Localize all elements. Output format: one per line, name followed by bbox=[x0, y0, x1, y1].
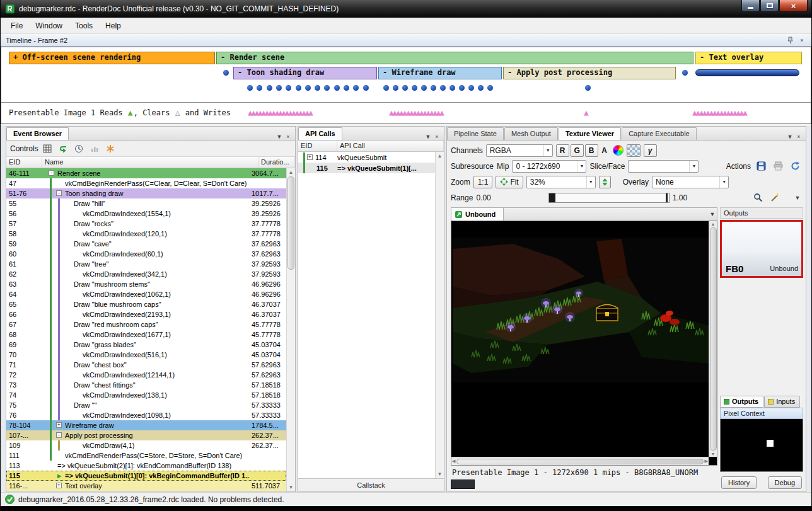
timeline-bar[interactable]: + Off-screen scene rendering bbox=[9, 52, 215, 64]
print-icon[interactable] bbox=[771, 160, 785, 173]
event-row[interactable]: 63Draw "mushroom stems"46.96296 bbox=[6, 279, 286, 289]
refresh-icon[interactable] bbox=[788, 160, 802, 173]
toolbar-overflow-icon[interactable]: ▼ bbox=[793, 195, 802, 201]
event-row[interactable]: 113=> vkQueueSubmit(2)[1]: vkEndCommandB… bbox=[6, 461, 286, 471]
event-row[interactable]: 57Draw "rocks"37.77778 bbox=[6, 219, 286, 229]
texture-tab-list-icon[interactable]: ▼ bbox=[708, 211, 717, 217]
collapse-icon[interactable]: - bbox=[56, 432, 62, 438]
flip-y-button[interactable] bbox=[599, 176, 611, 188]
draw-call-dot[interactable] bbox=[412, 85, 417, 91]
draw-call-dot[interactable] bbox=[402, 85, 408, 91]
event-row[interactable]: 56vkCmdDrawIndexed(1554,1)39.25926 bbox=[6, 209, 286, 219]
event-browser-close-icon[interactable]: × bbox=[284, 134, 293, 140]
draw-call-dot[interactable] bbox=[682, 70, 688, 76]
column-eid[interactable]: EID bbox=[6, 157, 42, 168]
event-row[interactable]: 71Draw "chest box"57.62963 bbox=[6, 360, 286, 370]
tab-texture-viewer[interactable]: Texture Viewer bbox=[559, 127, 621, 140]
event-row[interactable]: 116-...+Text overlay511.7037 bbox=[6, 481, 286, 491]
event-row[interactable]: 111vkCmdEndRenderPass(C=Store, D=Store, … bbox=[6, 451, 286, 461]
event-row[interactable]: 64vkCmdDrawIndexed(1062,1)46.96296 bbox=[6, 289, 286, 299]
event-row[interactable]: 78-104+Wireframe draw1784.5... bbox=[6, 420, 286, 430]
scrollbar-thumb[interactable] bbox=[456, 459, 703, 464]
menu-help[interactable]: Help bbox=[99, 19, 127, 33]
timeline-close-icon[interactable]: × bbox=[798, 37, 806, 43]
draw-call-dot[interactable] bbox=[468, 85, 474, 91]
fit-button[interactable]: Fit bbox=[496, 176, 523, 188]
menu-window[interactable]: Window bbox=[29, 19, 69, 33]
expand-icon[interactable]: + bbox=[56, 422, 62, 428]
expand-icon[interactable]: + bbox=[56, 483, 62, 488]
slice-face-select[interactable]: ▼ bbox=[628, 160, 699, 173]
channels-select[interactable]: RGBA ▼ bbox=[486, 144, 553, 157]
debug-button[interactable]: Debug bbox=[768, 476, 802, 489]
draw-call-dot[interactable] bbox=[247, 85, 253, 91]
draw-call-dot[interactable] bbox=[353, 85, 359, 91]
title-bar[interactable]: debugmarker.rdc - RenderDoc Unofficial r… bbox=[1, 0, 811, 18]
event-row[interactable]: 68vkCmdDrawIndexed(1677,1)45.77778 bbox=[6, 330, 286, 340]
gamma-button[interactable]: γ bbox=[644, 144, 657, 157]
channel-b-button[interactable]: B bbox=[585, 144, 598, 157]
scroll-down-icon[interactable]: ▼ bbox=[438, 471, 443, 477]
timeline-bar[interactable]: - Wireframe draw bbox=[378, 67, 502, 79]
scroll-left-icon[interactable]: ◀ bbox=[452, 459, 455, 464]
draw-call-dot[interactable] bbox=[286, 85, 291, 91]
collapse-icon[interactable]: - bbox=[49, 170, 54, 176]
tab-api-calls[interactable]: API Calls bbox=[298, 127, 342, 140]
draw-call-dot[interactable] bbox=[459, 85, 465, 91]
draw-call-dot[interactable] bbox=[223, 70, 229, 76]
menu-file[interactable]: File bbox=[4, 19, 29, 33]
api-calls-menu-icon[interactable]: ▼ bbox=[424, 134, 432, 140]
scroll-down-icon[interactable]: ▼ bbox=[711, 452, 716, 456]
expand-icon[interactable]: + bbox=[307, 154, 313, 160]
zoom-1-1-button[interactable]: 1:1 bbox=[473, 176, 493, 188]
draw-call-dot[interactable] bbox=[276, 85, 282, 91]
texture-viewport[interactable]: ▲ ▼ ◀ ▶ bbox=[451, 221, 717, 466]
zoom-range-icon[interactable] bbox=[751, 192, 765, 204]
draw-call-dot[interactable] bbox=[315, 85, 320, 91]
draw-call-dot[interactable] bbox=[257, 85, 262, 91]
maximize-button[interactable] bbox=[760, 0, 779, 12]
event-row[interactable]: 107-...-Apply post processing262.37... bbox=[6, 430, 286, 440]
range-black-point-handle[interactable] bbox=[549, 193, 555, 202]
column-duration[interactable]: Duratio... bbox=[258, 157, 295, 168]
timeline-bar[interactable]: - Toon shading draw bbox=[233, 67, 377, 79]
event-row[interactable]: 76vkCmdDrawIndexed(1098,1)57.33333 bbox=[6, 410, 286, 420]
event-browser-menu-icon[interactable]: ▼ bbox=[275, 134, 284, 140]
draw-call-dot[interactable] bbox=[344, 85, 349, 91]
goto-eid-icon[interactable] bbox=[56, 142, 70, 155]
event-row[interactable]: 75Draw ""57.33333 bbox=[6, 400, 286, 410]
scrollbar-thumb[interactable] bbox=[710, 227, 717, 451]
column-name[interactable]: Name bbox=[42, 157, 258, 168]
timeline-bar[interactable]: - Apply post processing bbox=[503, 67, 676, 79]
event-row[interactable]: 65Draw "blue mushroom caps"46.37037 bbox=[6, 299, 286, 309]
channel-a-button[interactable]: A bbox=[600, 146, 610, 155]
checkerboard-icon[interactable] bbox=[627, 144, 641, 157]
timeline-bar[interactable]: - Text overlay bbox=[695, 52, 802, 64]
event-row[interactable]: 62vkCmdDrawIndexed(342,1)37.92593 bbox=[6, 269, 286, 279]
event-row[interactable]: 59Draw "cave"37.62963 bbox=[6, 239, 286, 249]
texture-vertical-scrollbar[interactable]: ▲ ▼ bbox=[709, 221, 717, 457]
right-panel-close-icon[interactable]: × bbox=[794, 134, 803, 140]
texture-image[interactable] bbox=[453, 238, 710, 382]
event-row[interactable]: 69Draw "grass blades"45.03704 bbox=[6, 340, 286, 350]
menu-tools[interactable]: Tools bbox=[69, 19, 99, 33]
texture-horizontal-scrollbar[interactable]: ◀ ▶ bbox=[451, 457, 709, 465]
event-row[interactable]: 60vkCmdDrawIndexed(60,1)37.62963 bbox=[6, 249, 286, 259]
stats-icon[interactable] bbox=[88, 142, 102, 155]
event-row[interactable]: 67Draw "red mushroom caps"45.77778 bbox=[6, 319, 286, 330]
pin-icon[interactable] bbox=[787, 37, 794, 44]
tab-unbound[interactable]: Unbound bbox=[451, 208, 504, 221]
autofit-wand-icon[interactable] bbox=[768, 192, 782, 204]
tab-outputs[interactable]: Outputs bbox=[720, 396, 763, 408]
minimize-button[interactable] bbox=[741, 0, 760, 12]
event-row[interactable]: 46-111-Render scene3064.7... bbox=[6, 168, 286, 178]
event-row[interactable]: 73Draw "chest fittings"57.18518 bbox=[6, 380, 286, 390]
close-button[interactable]: × bbox=[779, 0, 808, 12]
scroll-right-icon[interactable]: ▶ bbox=[705, 459, 708, 464]
timeline-bar[interactable]: - Render scene bbox=[216, 52, 693, 64]
tab-capture-executable[interactable]: Capture Executable bbox=[622, 127, 697, 140]
scroll-up-icon[interactable]: ▲ bbox=[438, 153, 443, 159]
draw-call-dot[interactable] bbox=[431, 85, 436, 91]
api-calls-scrollbar[interactable]: ▲ ▼ bbox=[435, 152, 444, 478]
column-api-call[interactable]: API Call bbox=[337, 141, 444, 151]
